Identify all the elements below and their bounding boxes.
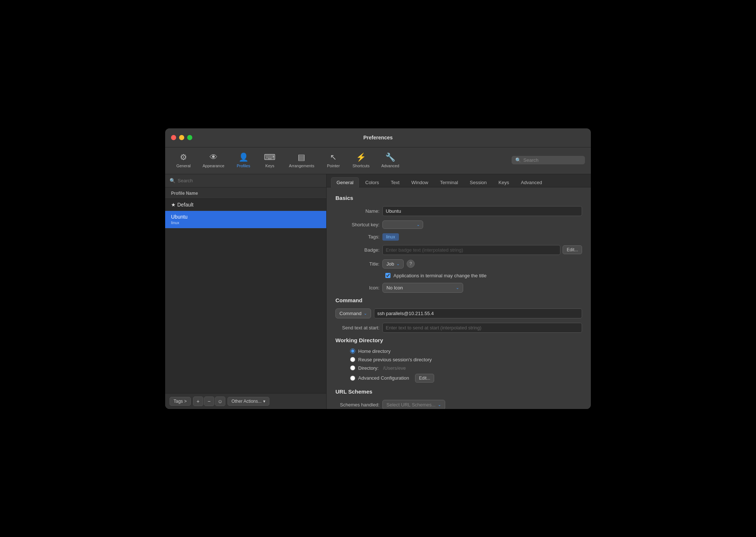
schemes-select[interactable]: Select URL Schemes... ⌄ — [382, 400, 445, 409]
shortcuts-icon: ⚡ — [356, 153, 366, 162]
schemes-row: Schemes handled: Select URL Schemes... ⌄ — [335, 400, 582, 409]
tab-terminal[interactable]: Terminal — [435, 177, 464, 187]
close-button[interactable] — [171, 135, 176, 140]
tab-text[interactable]: Text — [385, 177, 405, 187]
radio-directory-label[interactable]: Directory: — [358, 365, 379, 371]
toolbar-appearance[interactable]: 👁 Appearance — [197, 150, 229, 170]
arrangements-icon: ▤ — [298, 153, 305, 162]
badge-label: Badge: — [335, 247, 379, 253]
sidebar-search-area: 🔍 — [165, 174, 326, 187]
tab-general[interactable]: General — [331, 177, 359, 187]
advanced-config-edit-button[interactable]: Edit... — [415, 374, 435, 383]
tab-text-label: Text — [391, 180, 400, 185]
toolbar-arrangements[interactable]: ▤ Arrangements — [284, 150, 319, 170]
tab-window[interactable]: Window — [406, 177, 434, 187]
working-dir-section: Working Directory Home directory Reuse p… — [335, 337, 582, 383]
help-button[interactable]: ? — [407, 260, 415, 268]
title-value: Job — [386, 261, 394, 267]
toolbar-pointer[interactable]: ↖ Pointer — [321, 150, 346, 170]
tab-session-label: Session — [470, 180, 487, 185]
toolbar-advanced[interactable]: 🔧 Advanced — [376, 150, 404, 170]
command-type-select[interactable]: Command ⌄ — [335, 308, 371, 318]
basics-section: Basics Name: Shortcut key: ⌄ — [335, 195, 582, 293]
radio-home-input[interactable] — [350, 348, 355, 354]
tags-row: Tags: linux — [335, 233, 582, 241]
toolbar-general[interactable]: ⚙ General — [171, 150, 196, 170]
radio-home-label[interactable]: Home directory — [358, 348, 390, 354]
radio-reuse-input[interactable] — [350, 357, 355, 362]
icon-label: Icon: — [335, 285, 379, 291]
sidebar-item-default[interactable]: ★ Default — [165, 199, 326, 211]
detail-pane: General Colors Text Window Terminal Sess… — [327, 174, 591, 409]
toolbar-keys-label: Keys — [265, 164, 274, 168]
toolbar-profiles[interactable]: 👤 Profiles — [231, 150, 256, 170]
help-icon: ? — [410, 261, 412, 266]
toolbar-shortcuts[interactable]: ⚡ Shortcuts — [347, 150, 374, 170]
tags-form-label: Tags: — [335, 234, 379, 240]
name-input[interactable] — [382, 206, 582, 216]
shortcut-label: Shortcut key: — [335, 222, 379, 227]
tab-keys[interactable]: Keys — [493, 177, 515, 187]
title-value-area: Job ⌄ ? — [382, 259, 582, 268]
search-icon: 🔍 — [515, 157, 521, 163]
badge-edit-label: Edit... — [567, 247, 578, 252]
send-text-label: Send text at start: — [335, 325, 379, 330]
keyboard-icon: ⌨ — [264, 153, 276, 162]
minimize-button[interactable] — [179, 135, 184, 140]
title-select[interactable]: Job ⌄ — [382, 259, 404, 268]
radio-reuse-label[interactable]: Reuse previous session's directory — [358, 357, 432, 362]
tab-general-label: General — [337, 180, 353, 185]
add-icon: + — [197, 398, 200, 404]
tab-colors[interactable]: Colors — [360, 177, 385, 187]
remove-profile-button[interactable]: − — [204, 397, 214, 406]
toolbar-search-input[interactable] — [523, 157, 581, 163]
command-input[interactable] — [374, 308, 582, 318]
sidebar-search-input[interactable] — [178, 178, 322, 183]
badge-edit-button[interactable]: Edit... — [563, 245, 582, 254]
sidebar-item-ubuntu[interactable]: Ubuntu linux — [165, 211, 326, 228]
sidebar-list: ★ Default Ubuntu linux — [165, 199, 326, 393]
apps-change-title-label[interactable]: Applications in terminal may change the … — [393, 273, 487, 278]
tags-button[interactable]: Tags > — [170, 397, 191, 406]
linux-tag[interactable]: linux — [382, 233, 399, 241]
radio-home: Home directory — [350, 348, 582, 354]
advanced-config-edit-label: Edit... — [419, 376, 430, 381]
sidebar-search-icon: 🔍 — [170, 178, 175, 183]
tab-terminal-label: Terminal — [440, 180, 458, 185]
toolbar-pointer-label: Pointer — [327, 164, 340, 168]
tab-session[interactable]: Session — [464, 177, 492, 187]
tab-colors-label: Colors — [365, 180, 379, 185]
basics-title: Basics — [335, 195, 582, 201]
add-profile-button[interactable]: + — [193, 397, 203, 406]
preferences-window: Preferences ⚙ General 👁 Appearance 👤 Pro… — [165, 128, 591, 409]
sidebar: 🔍 Profile Name ★ Default Ubuntu linux Ta… — [165, 174, 327, 409]
command-type-value: Command — [339, 311, 361, 316]
other-actions-button[interactable]: Other Actions... ▾ — [228, 397, 269, 406]
title-row: Title: Job ⌄ ? — [335, 259, 582, 268]
radio-advanced-config: Advanced Configuration Edit... — [350, 374, 582, 383]
main-content: 🔍 Profile Name ★ Default Ubuntu linux Ta… — [165, 174, 591, 409]
tab-window-label: Window — [411, 180, 428, 185]
icon-chevron-icon: ⌄ — [456, 285, 459, 290]
sidebar-list-header: Profile Name — [165, 187, 326, 199]
toolbar-keys[interactable]: ⌨ Keys — [257, 150, 282, 170]
titlebar: Preferences — [165, 128, 591, 147]
badge-input[interactable] — [382, 245, 560, 255]
tab-keys-label: Keys — [498, 180, 509, 185]
radio-reuse: Reuse previous session's directory — [350, 357, 582, 362]
icon-select[interactable]: No Icon ⌄ — [382, 283, 463, 293]
shortcut-select[interactable]: ⌄ — [382, 220, 423, 229]
radio-advanced-config-input[interactable] — [350, 376, 355, 381]
maximize-button[interactable] — [187, 135, 192, 140]
schemes-label: Schemes handled: — [335, 402, 379, 408]
remove-icon: − — [208, 398, 211, 404]
schemes-placeholder: Select URL Schemes... — [386, 402, 436, 408]
tab-advanced[interactable]: Advanced — [515, 177, 548, 187]
url-schemes-title: URL Schemes — [335, 388, 582, 395]
tags-label: Tags > — [174, 399, 187, 404]
emoji-button[interactable]: ☺ — [215, 397, 225, 406]
send-text-input[interactable] — [382, 323, 582, 333]
apps-change-title-checkbox[interactable] — [385, 273, 390, 278]
radio-directory-input[interactable] — [350, 365, 355, 370]
radio-advanced-config-label[interactable]: Advanced Configuration — [358, 375, 409, 381]
